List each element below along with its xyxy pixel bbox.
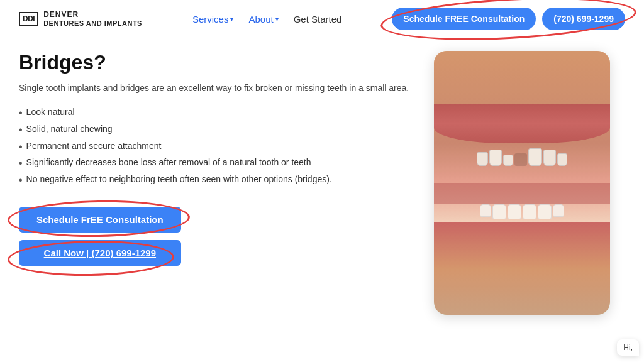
chevron-down-icon: ▾ [275,16,279,23]
bullet-item: Significantly decreases bone loss after … [19,155,421,172]
header-schedule-button[interactable]: Schedule FREE Consultation [392,8,536,30]
teeth-image [434,51,610,315]
nav-services[interactable]: Services ▾ [192,14,234,25]
bullet-item: Permanent and secure attachment [19,139,421,156]
logo-abbr: DDI [19,12,38,26]
nav-about[interactable]: About ▾ [248,14,278,25]
bullet-list: Look naturalSolid, natural chewingPerman… [19,105,421,189]
chat-bubble-text: Hi, [623,343,633,352]
main-content: Bridges? Single tooth implants and bridg… [0,38,644,350]
bullet-item: No negative effect to neighboring teeth … [19,172,421,189]
chat-bubble[interactable]: Hi, [617,339,639,356]
logo-area: DDI DENVER DENTURES AND IMPLANTS [19,11,142,26]
page-subtitle: Single tooth implants and bridges are an… [19,82,421,95]
chevron-down-icon: ▾ [230,16,233,23]
main-nav: Services ▾ About ▾ Get Started [192,14,341,25]
content-left: Bridges? Single tooth implants and bridg… [19,51,421,337]
cta-area: Schedule FrEE Consultation Call Now | (7… [19,207,181,266]
logo-text: DENVER DENTURES AND IMPLANTS [43,11,142,26]
page-title: Bridges? [19,51,421,74]
logo-line2: DENTURES AND IMPLANTS [43,19,142,27]
header-buttons: Schedule FREE Consultation (720) 699-129… [392,8,625,30]
browser-wrapper: DDI DENVER DENTURES AND IMPLANTS Service… [0,0,644,362]
bullet-item: Solid, natural chewing [19,122,421,139]
cta-call-button[interactable]: Call Now | (720) 699-1299 [19,240,181,266]
cta-schedule-button[interactable]: Schedule FrEE Consultation [19,207,181,233]
content-right [434,51,623,337]
nav-get-started[interactable]: Get Started [294,14,342,25]
header: DDI DENVER DENTURES AND IMPLANTS Service… [0,0,644,38]
logo-line1: DENVER [43,11,142,19]
bullet-item: Look natural [19,105,421,122]
header-phone-button[interactable]: (720) 699-1299 [542,8,625,30]
